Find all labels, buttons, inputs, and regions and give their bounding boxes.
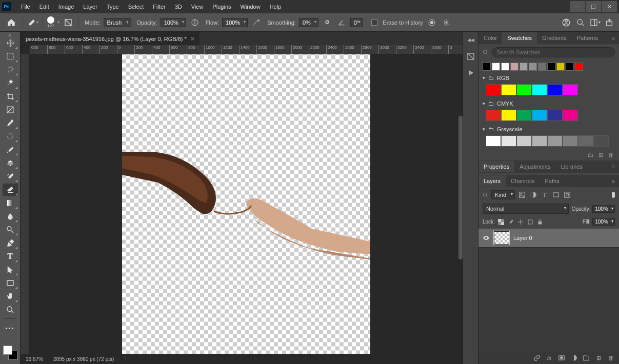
lasso-tool[interactable] — [3, 64, 18, 76]
panel-menu-icon[interactable]: ≡ — [608, 35, 619, 41]
menu-type[interactable]: Type — [102, 2, 124, 12]
brush-preview[interactable]: 127 — [47, 16, 54, 28]
scrollbar-vertical[interactable] — [458, 116, 463, 259]
tab-gradients[interactable]: Gradients — [537, 32, 572, 44]
layer-name[interactable]: Layer 0 — [513, 235, 532, 241]
link-layers-icon[interactable] — [533, 354, 541, 362]
fill-field[interactable]: 100% — [592, 218, 615, 226]
swatch[interactable] — [529, 63, 537, 71]
filter-type-icon[interactable]: T — [541, 191, 549, 199]
zoom-level[interactable]: 16.67% — [26, 356, 43, 362]
healing-brush-tool[interactable] — [3, 130, 18, 143]
menu-help[interactable]: Help — [265, 2, 286, 12]
edit-toolbar[interactable]: ••• — [3, 322, 18, 334]
eraser-tool[interactable] — [3, 184, 18, 196]
flow-field[interactable]: 100% — [222, 18, 248, 27]
tab-libraries[interactable]: Libraries — [556, 161, 588, 172]
swatch-group-cmyk[interactable]: ▾🗀CMYK — [478, 98, 619, 109]
eraser-tool-icon[interactable]: ▾ — [27, 17, 38, 28]
swatch[interactable] — [547, 110, 563, 121]
menu-window[interactable]: Window — [236, 2, 265, 12]
swatch[interactable] — [516, 110, 532, 121]
layer-fx-icon[interactable]: fx — [545, 354, 553, 362]
swatch[interactable] — [566, 63, 574, 71]
swatch[interactable] — [547, 84, 563, 95]
move-tool[interactable] — [3, 37, 18, 49]
tab-patterns[interactable]: Patterns — [572, 32, 603, 44]
tab-channels[interactable]: Channels — [506, 175, 540, 187]
filter-shape-icon[interactable] — [552, 191, 560, 199]
hand-tool[interactable] — [3, 290, 18, 302]
menu-layer[interactable]: Layer — [78, 2, 102, 12]
path-selection-tool[interactable] — [3, 264, 18, 276]
erase-history-checkbox[interactable] — [371, 19, 377, 26]
swatch[interactable] — [510, 63, 518, 71]
swatch[interactable] — [520, 63, 528, 71]
tablet-pressure-size-icon[interactable] — [426, 17, 437, 28]
actions-panel-icon[interactable] — [466, 68, 476, 78]
cloud-docs-icon[interactable] — [561, 17, 572, 28]
blur-tool[interactable] — [3, 210, 18, 223]
swatch[interactable] — [486, 84, 501, 95]
lock-position-icon[interactable] — [517, 218, 524, 226]
opacity-field[interactable]: 100% — [161, 18, 186, 27]
new-layer-icon[interactable]: ⊞ — [594, 354, 603, 362]
swatch[interactable] — [563, 135, 578, 147]
expand-panels-icon[interactable]: ◀◀ — [466, 35, 476, 45]
panel-menu-icon[interactable]: ≡ — [608, 164, 619, 170]
layer-item[interactable]: Layer 0 — [478, 229, 619, 248]
marquee-tool[interactable] — [3, 50, 18, 63]
swatch-folder-icon[interactable]: 🗀 — [588, 152, 593, 158]
swatch[interactable] — [532, 110, 547, 121]
symmetry-icon[interactable] — [441, 17, 452, 28]
swatch[interactable] — [501, 135, 516, 147]
menu-view[interactable]: View — [187, 2, 208, 12]
tab-properties[interactable]: Properties — [478, 161, 514, 172]
swatch[interactable] — [516, 84, 532, 95]
swatch[interactable] — [532, 135, 547, 147]
type-tool[interactable]: T — [3, 250, 18, 262]
canvas[interactable] — [30, 54, 463, 354]
swatch[interactable] — [563, 110, 578, 121]
maximize-button[interactable]: ☐ — [586, 1, 601, 12]
search-icon[interactable] — [575, 17, 586, 28]
menu-image[interactable]: Image — [54, 2, 79, 12]
filter-pixel-icon[interactable] — [518, 191, 526, 199]
minimize-button[interactable]: ─ — [570, 1, 585, 12]
opacity-pressure-icon[interactable] — [189, 17, 201, 28]
layer-group-icon[interactable] — [582, 354, 590, 362]
brush-tool[interactable] — [3, 144, 18, 156]
menu-select[interactable]: Select — [124, 2, 149, 12]
tab-color[interactable]: Color — [478, 32, 502, 44]
airbrush-icon[interactable] — [251, 17, 262, 28]
document-tab[interactable]: pexels-matheus-viana-3541916.jpg @ 16.7%… — [21, 32, 199, 45]
tab-paths[interactable]: Paths — [540, 175, 565, 187]
pen-tool[interactable] — [3, 237, 18, 249]
gradient-tool[interactable] — [3, 197, 18, 209]
swatch[interactable] — [578, 135, 593, 147]
swatch[interactable] — [532, 84, 547, 95]
home-icon[interactable] — [4, 17, 18, 28]
swatch[interactable] — [486, 110, 501, 121]
smoothing-gear-icon[interactable]: ⚙ — [322, 17, 333, 28]
menu-filter[interactable]: Filter — [148, 2, 170, 12]
toolbar-grip[interactable]: ⠿ — [8, 34, 12, 35]
delete-layer-icon[interactable]: 🗑 — [607, 354, 615, 362]
menu-plugins[interactable]: Plugins — [208, 2, 235, 12]
frame-tool[interactable] — [3, 104, 18, 116]
swatch[interactable] — [547, 135, 563, 147]
close-tab-icon[interactable]: × — [191, 35, 195, 43]
rectangle-tool[interactable] — [3, 277, 18, 289]
history-brush-tool[interactable] — [3, 170, 18, 183]
swatch[interactable] — [547, 63, 555, 71]
angle-field[interactable]: 0° — [350, 18, 363, 27]
magic-wand-tool[interactable] — [3, 77, 18, 89]
delete-swatch-icon[interactable]: 🗑 — [608, 152, 614, 158]
eyedropper-tool[interactable] — [3, 117, 18, 129]
foreground-color[interactable] — [3, 346, 12, 355]
tab-adjustments[interactable]: Adjustments — [514, 161, 556, 172]
swatch[interactable] — [593, 135, 609, 147]
smoothing-field[interactable]: 0% — [299, 18, 318, 27]
layer-filter-select[interactable]: Kind — [491, 190, 515, 199]
adjustment-layer-icon[interactable] — [570, 354, 578, 362]
